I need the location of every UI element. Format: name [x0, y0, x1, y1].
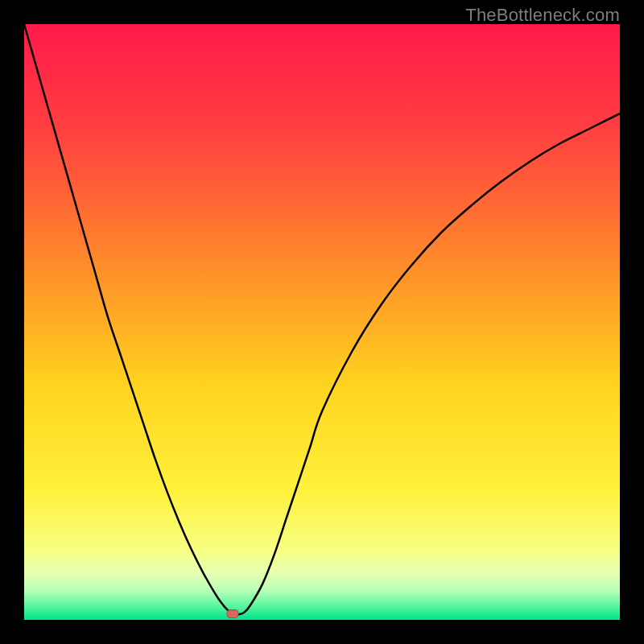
gradient-background: [24, 24, 620, 620]
optimal-point-marker: [227, 610, 238, 618]
watermark-text: TheBottleneck.com: [465, 5, 620, 26]
bottleneck-chart: [24, 24, 620, 620]
